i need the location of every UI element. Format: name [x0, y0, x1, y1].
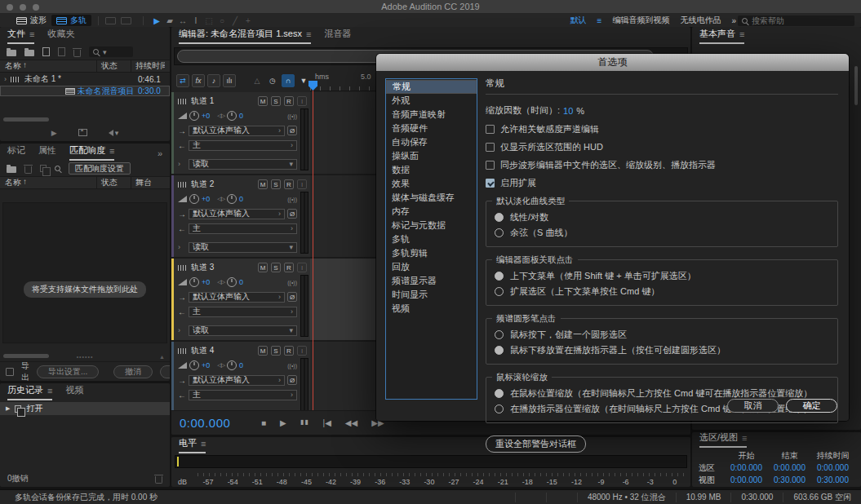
volume-value[interactable]: +0: [202, 195, 210, 203]
loudness-drop-area[interactable]: 将受支持媒体文件拖放到此处: [2, 202, 167, 343]
rewind-button[interactable]: ◀◀: [345, 418, 357, 427]
workspace-item[interactable]: 编辑音频到视频: [612, 15, 669, 26]
paintbrush-tool[interactable]: ╱: [229, 16, 242, 25]
files-column-header[interactable]: 名称↑ 状态 持续时间: [0, 60, 170, 73]
track-output-select[interactable]: 主›: [189, 223, 297, 234]
track-name[interactable]: 轨道 1: [191, 95, 255, 107]
phase-button[interactable]: Ø: [287, 292, 297, 302]
track-header[interactable]: 轨道 4 M S R I +0 ◁▷ 0 ((•)): [171, 342, 310, 410]
open-in-editor-icon[interactable]: [78, 129, 87, 136]
expander-icon[interactable]: ›: [4, 75, 7, 83]
workspace-menu-icon[interactable]: ≡: [597, 16, 602, 25]
track-output-select[interactable]: 主›: [189, 140, 297, 151]
sum-to-mono-icon[interactable]: ⇄: [176, 74, 189, 87]
ibeam-tool[interactable]: I: [189, 16, 202, 25]
pan-value[interactable]: 0: [239, 361, 243, 369]
pan-knob[interactable]: [227, 360, 237, 370]
remove-files-icon[interactable]: [24, 166, 32, 174]
automation-mode-select[interactable]: 读取▾: [189, 325, 297, 336]
radio-row[interactable]: 余弦（S 曲线）: [495, 225, 829, 241]
clear-history-icon[interactable]: [155, 476, 162, 484]
tab-favorites[interactable]: 收藏夹: [47, 27, 74, 44]
arm-record-button[interactable]: R: [284, 179, 294, 189]
arm-record-button[interactable]: R: [284, 96, 294, 106]
column-name[interactable]: 名称: [5, 60, 21, 72]
checkbox-row[interactable]: 允许相关敏感度声道编辑: [486, 124, 838, 135]
preview-output-button[interactable]: ▾: [109, 129, 119, 137]
export-settings-button[interactable]: 导出设置...: [37, 365, 99, 378]
radio[interactable]: [495, 228, 504, 237]
phase-button[interactable]: Ø: [287, 375, 297, 385]
effects-rack-icon[interactable]: fx: [192, 74, 205, 87]
horizontal-scrollbar[interactable]: [3, 354, 49, 358]
pref-category-spectral-display[interactable]: 频谱显示器: [386, 274, 477, 288]
tab-markers[interactable]: 标记: [7, 144, 25, 161]
save-file-icon[interactable]: [58, 47, 65, 56]
zoom-window-button[interactable]: [33, 4, 39, 11]
metronome-icon[interactable]: △: [251, 74, 264, 87]
radio-selected[interactable]: [495, 272, 504, 281]
radio-row[interactable]: 上下文菜单（使用 Shift 键 + 单击可扩展选区）: [495, 268, 829, 284]
mute-button[interactable]: M: [258, 346, 268, 356]
volume-knob[interactable]: [189, 277, 199, 287]
time-selection-tool[interactable]: ↔: [176, 16, 189, 25]
new-file-icon[interactable]: [42, 47, 50, 56]
pan-value[interactable]: 0: [239, 278, 243, 286]
track-output-select[interactable]: 主›: [189, 390, 297, 400]
input-monitor-button[interactable]: I: [297, 263, 307, 272]
volume-knob[interactable]: [189, 194, 199, 204]
pref-category-multitrack[interactable]: 多轨: [386, 232, 477, 246]
tab-files[interactable]: 文件 ≡: [7, 27, 34, 44]
export-checkbox[interactable]: [6, 368, 14, 376]
workspace-default-button[interactable]: 默认: [570, 15, 587, 26]
metering-icon[interactable]: ılı: [223, 74, 236, 87]
volume-value[interactable]: +0: [202, 361, 210, 369]
column-status[interactable]: 状态: [96, 60, 131, 72]
tab-essential-sound[interactable]: 基本声音 ≡: [699, 27, 744, 44]
expander-icon[interactable]: ›: [178, 160, 186, 168]
selection-duration[interactable]: 0:00.000: [811, 463, 854, 472]
add-files-icon[interactable]: [7, 166, 16, 173]
solo-button[interactable]: S: [271, 346, 281, 356]
pan-knob[interactable]: [227, 111, 237, 121]
phase-button[interactable]: Ø: [287, 126, 297, 135]
track-name[interactable]: 轨道 4: [191, 345, 255, 356]
radio[interactable]: [495, 287, 504, 296]
undo-button[interactable]: 撤消: [113, 365, 153, 378]
checkbox[interactable]: [486, 143, 495, 152]
track-input-select[interactable]: 默认立体声输入›: [189, 375, 285, 386]
column-status[interactable]: 状态: [96, 177, 131, 188]
view-duration[interactable]: 0:30.000: [811, 475, 854, 484]
spot-healing-tool[interactable]: +: [242, 16, 255, 25]
razor-tool[interactable]: ▰: [163, 16, 176, 25]
track-header[interactable]: 轨道 1 M S R I +0 ◁▷ 0 ((•)): [171, 92, 310, 174]
panel-menu-icon[interactable]: ≡: [739, 29, 744, 39]
titlebar[interactable]: Adobe Audition CC 2019: [0, 0, 861, 14]
tab-video[interactable]: 视频: [65, 383, 83, 400]
move-tool[interactable]: ▶: [150, 16, 163, 25]
track-name[interactable]: 轨道 3: [191, 262, 255, 273]
horizontal-scrollbar[interactable]: [3, 117, 49, 122]
preview-play-icon[interactable]: ▶: [51, 129, 57, 137]
pref-category-control-surface[interactable]: 操纵面: [386, 149, 477, 163]
resize-handle-icon[interactable]: ▲: [159, 354, 165, 360]
tab-match-loudness[interactable]: 匹配响度 ≡: [69, 144, 114, 161]
column-stage[interactable]: 舞台: [131, 177, 165, 188]
pref-category-markers-metadata[interactable]: 标记与元数据: [386, 219, 477, 232]
pref-category-data[interactable]: 数据: [386, 163, 477, 177]
volume-knob[interactable]: [189, 360, 199, 370]
vertical-scrollbar[interactable]: [854, 66, 858, 105]
workspace-item[interactable]: 无线电作品: [680, 15, 721, 26]
track-input-select[interactable]: 默认立体声输入›: [189, 292, 285, 303]
tab-editor[interactable]: 编辑器: 未命名混音项目 1.sesx ≡: [179, 27, 311, 44]
selection-start[interactable]: 0:00.000: [725, 463, 768, 472]
spectral-pitch-icon[interactable]: [121, 17, 131, 24]
help-search-box[interactable]: [738, 15, 854, 26]
arm-record-button[interactable]: R: [284, 346, 294, 356]
panel-menu-icon[interactable]: ≡: [29, 29, 34, 39]
expander-icon[interactable]: ›: [178, 243, 186, 251]
track-input-select[interactable]: 默认立体声输入›: [189, 209, 285, 219]
pref-category-auto-save[interactable]: 自动保存: [386, 135, 477, 149]
checkbox-row[interactable]: 仅显示所选区范围的 HUD: [486, 142, 838, 153]
panel-menu-icon[interactable]: ≡: [47, 386, 52, 396]
